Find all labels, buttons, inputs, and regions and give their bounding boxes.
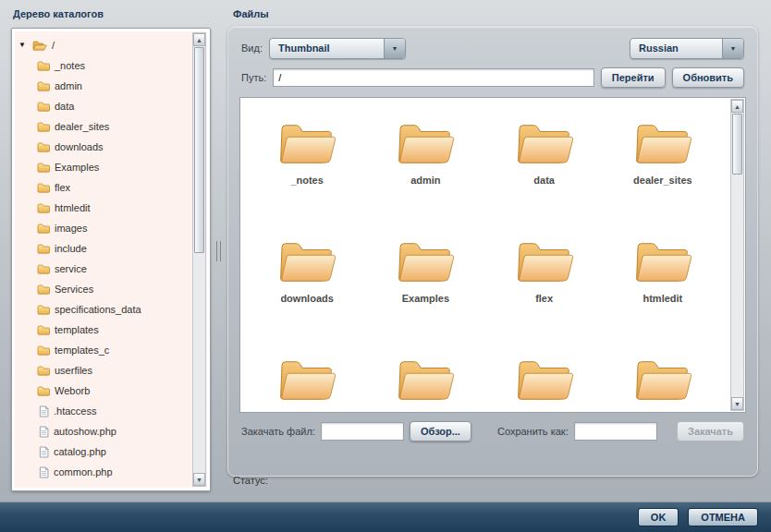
tree-children: _notes admin data dealer_sites downloads… <box>18 55 189 482</box>
file-thumbnail[interactable]: downloads <box>248 227 366 345</box>
document-icon <box>39 405 49 417</box>
tree-item-folder[interactable]: Examples <box>18 157 189 177</box>
tree-item-folder[interactable]: Services <box>18 279 189 299</box>
chevron-down-icon[interactable]: ▼ <box>384 39 405 58</box>
thumbnail-label: downloads <box>280 293 333 304</box>
directory-tree: ▼ / _notes admin data <box>11 28 211 491</box>
tree-item-label: dealer_sites <box>55 121 109 132</box>
panel-splitter[interactable] <box>215 6 221 497</box>
files-scrollbar[interactable]: ▲ ▼ <box>730 99 744 411</box>
go-button[interactable]: Перейти <box>601 67 666 88</box>
tree-item-folder[interactable]: include <box>18 238 189 259</box>
language-dropdown[interactable]: Russian ▼ <box>630 38 744 59</box>
folder-icon <box>37 60 50 71</box>
folder-icon <box>632 236 693 284</box>
path-input[interactable] <box>273 68 594 87</box>
directory-tree-panel: Дерево каталогов ▼ / _notes <box>7 6 214 497</box>
cancel-button[interactable]: ОТМЕНА <box>688 508 758 526</box>
folder-icon <box>37 101 50 112</box>
scroll-down-button[interactable]: ▼ <box>193 473 205 486</box>
tree-item-folder[interactable]: images <box>18 218 189 238</box>
scroll-down-button[interactable]: ▼ <box>731 397 743 410</box>
scrollbar-thumb[interactable] <box>194 47 204 253</box>
path-label: Путь: <box>241 72 266 83</box>
tree-item-label: htmledit <box>55 202 91 213</box>
tree-item-folder[interactable]: userfiles <box>18 360 189 381</box>
footer-bar: OK ОТМЕНА <box>0 502 771 532</box>
tree-item-folder[interactable]: flex <box>18 177 189 198</box>
tree-item-label: / <box>52 40 55 51</box>
tree-item-folder[interactable]: _notes <box>18 55 189 76</box>
tree-item-folder[interactable]: admin <box>18 76 189 96</box>
file-thumbnail[interactable]: _notes <box>248 109 366 227</box>
document-icon <box>39 446 49 458</box>
thumbnail-label: data <box>533 175 555 186</box>
expand-arrow-icon[interactable]: ▼ <box>18 41 28 50</box>
scroll-up-button[interactable]: ▲ <box>193 33 205 46</box>
scrollbar-thumb[interactable] <box>732 114 742 175</box>
thumbnail-label: images <box>289 411 324 412</box>
file-thumbnail[interactable]: Services <box>604 345 722 412</box>
tree-item-folder[interactable]: data <box>18 96 189 116</box>
upload-file-input[interactable] <box>321 422 404 441</box>
tree-item-file[interactable]: autoshow.php <box>18 421 189 441</box>
save-as-label: Сохранить как: <box>497 426 569 437</box>
tree-scrollbar[interactable]: ▲ ▼ <box>192 32 206 487</box>
browse-button[interactable]: Обзор... <box>410 421 471 441</box>
files-panel-body: Вид: Thumbnail ▼ Russian ▼ Путь: Перейти… <box>227 26 758 477</box>
file-thumbnail[interactable]: Examples <box>366 227 484 345</box>
tree-item-folder[interactable]: specifications_data <box>18 299 189 320</box>
tree-item-folder[interactable]: templates <box>18 320 189 340</box>
tree-item-folder[interactable]: dealer_sites <box>18 116 189 137</box>
thumbnail-label: admin <box>410 175 440 186</box>
splitter-grip-icon <box>216 241 221 261</box>
file-thumbnail[interactable]: images <box>248 345 366 412</box>
tree-item-folder[interactable]: htmledit <box>18 198 189 218</box>
save-as-input[interactable] <box>574 422 657 441</box>
file-thumbnail[interactable]: data <box>485 109 604 227</box>
file-thumbnail[interactable]: admin <box>366 109 484 227</box>
document-icon <box>39 466 49 478</box>
thumbnail-label: Examples <box>402 293 449 304</box>
tree-item-folder[interactable]: service <box>18 259 189 279</box>
folder-icon <box>395 355 456 403</box>
view-toolbar: Вид: Thumbnail ▼ Russian ▼ <box>241 38 744 58</box>
tree-item-label: userfiles <box>55 365 92 376</box>
tree-item-folder[interactable]: downloads <box>18 137 189 157</box>
upload-toolbar: Закачать файл: Обзор... Сохранить как: З… <box>241 421 744 441</box>
thumbnail-label: htmledit <box>642 293 682 304</box>
view-dropdown[interactable]: Thumbnail ▼ <box>269 38 406 59</box>
thumbnail-label: service <box>527 411 562 412</box>
upload-button[interactable]: Закачать <box>677 421 744 441</box>
folder-icon <box>632 118 693 166</box>
tree-item-label: templates_c <box>55 345 109 356</box>
view-label: Вид: <box>241 42 263 54</box>
file-thumbnail[interactable]: service <box>485 345 604 412</box>
folder-icon <box>37 223 50 234</box>
folder-icon <box>37 324 50 335</box>
tree-item-root[interactable]: ▼ / <box>18 35 189 55</box>
tree-item-label: flex <box>55 182 70 193</box>
thumbnail-grid: _notes admin data dealer_sites downloads <box>240 98 729 412</box>
file-thumbnail[interactable]: dealer_sites <box>604 109 722 227</box>
tree-item-file[interactable]: common.php <box>18 462 189 482</box>
ok-button[interactable]: OK <box>638 508 679 526</box>
folder-icon <box>37 365 50 376</box>
tree-item-file[interactable]: catalog.php <box>18 441 189 462</box>
file-thumbnail[interactable]: htmledit <box>604 227 722 345</box>
chevron-down-icon[interactable]: ▼ <box>722 39 743 58</box>
view-dropdown-value: Thumbnail <box>270 39 384 58</box>
refresh-button[interactable]: Обновить <box>672 67 744 88</box>
tree-item-label: templates <box>55 324 99 335</box>
file-thumbnail[interactable]: include <box>366 345 484 412</box>
folder-icon <box>276 355 337 403</box>
tree-item-folder[interactable]: templates_c <box>18 340 189 360</box>
scroll-up-button[interactable]: ▲ <box>731 100 743 113</box>
file-thumbnail[interactable]: flex <box>485 227 604 345</box>
open-folder-icon <box>32 40 47 51</box>
tree-item-file[interactable]: .htaccess <box>18 401 189 421</box>
tree-list: ▼ / _notes admin data <box>18 35 189 488</box>
tree-item-folder[interactable]: Weborb <box>18 381 189 401</box>
folder-icon <box>37 284 50 295</box>
tree-item-label: Weborb <box>55 385 90 396</box>
